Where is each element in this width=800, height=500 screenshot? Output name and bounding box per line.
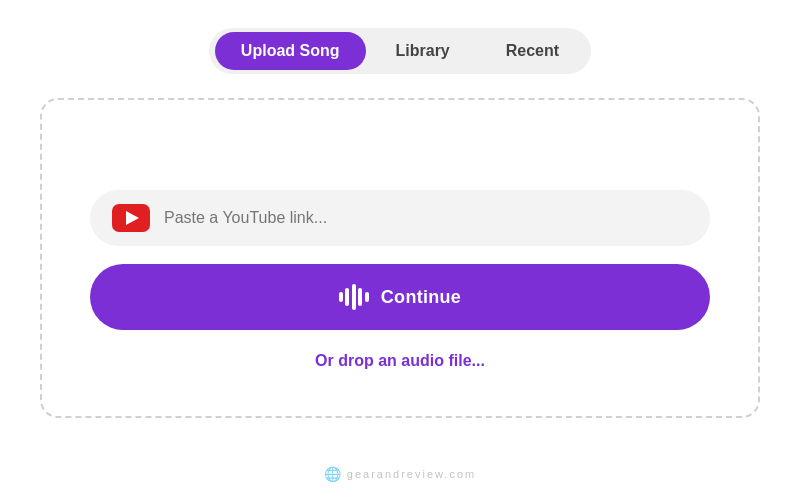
continue-button[interactable]: Continue [90, 264, 710, 330]
tab-upload-song[interactable]: Upload Song [215, 32, 366, 70]
waveform-bar-4 [358, 288, 362, 306]
tab-library[interactable]: Library [370, 32, 476, 70]
youtube-icon [112, 204, 150, 232]
tab-bar: Upload Song Library Recent [209, 28, 591, 74]
continue-label: Continue [381, 287, 461, 308]
waveform-icon [339, 284, 369, 310]
youtube-input[interactable] [164, 209, 688, 227]
upload-card: Continue Or drop an audio file... [40, 98, 760, 418]
globe-icon: 🌐 [324, 466, 341, 482]
youtube-input-row [90, 190, 710, 246]
watermark-text: gearandreview.com [347, 468, 476, 480]
waveform-bar-5 [365, 292, 369, 302]
drop-audio-link[interactable]: Or drop an audio file... [315, 352, 485, 370]
watermark: 🌐 gearandreview.com [324, 466, 476, 500]
tab-recent[interactable]: Recent [480, 32, 585, 70]
waveform-bar-1 [339, 292, 343, 302]
waveform-bar-2 [345, 288, 349, 306]
waveform-bar-3 [352, 284, 356, 310]
